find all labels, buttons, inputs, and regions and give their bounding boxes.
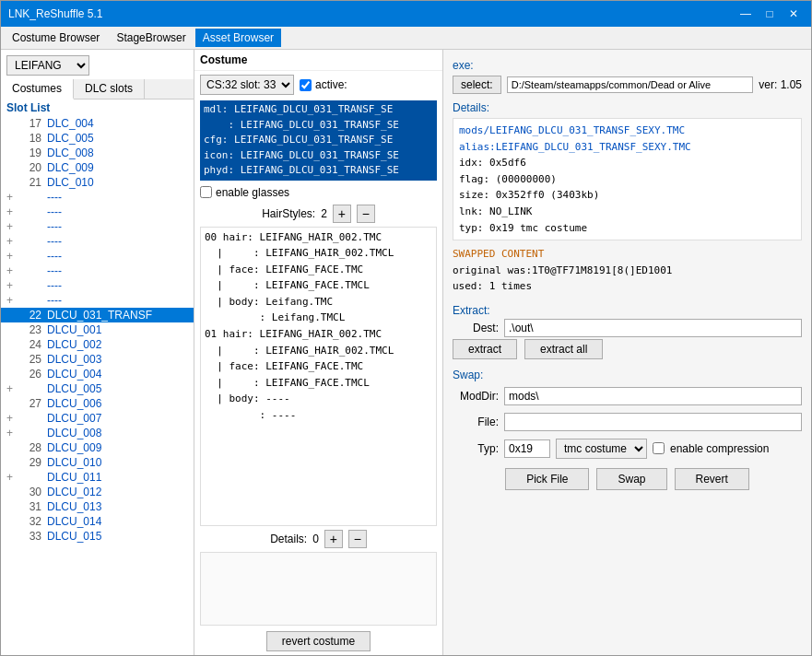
slot-item[interactable]: + DLCU_005 (1, 381, 194, 396)
file-list-box: mdl: LEIFANG_DLCU_031_TRANSF_SE : LEIFAN… (200, 100, 437, 181)
slot-item[interactable]: 30DLCU_012 (1, 485, 194, 499)
details-label: Details: (270, 533, 307, 545)
costume-header: Costume (194, 50, 442, 71)
details-add-button[interactable]: + (324, 530, 343, 548)
slot-item[interactable]: 23DLCU_001 (1, 322, 194, 337)
pick-file-button[interactable]: Pick File (505, 468, 589, 490)
minimize-button[interactable]: — (736, 6, 756, 22)
extract-button[interactable]: extract (453, 339, 517, 359)
slot-item[interactable]: 27DLCU_006 (1, 396, 194, 411)
slot-item[interactable]: 25DLCU_003 (1, 352, 194, 367)
slot-item[interactable]: + ---- (1, 278, 194, 293)
detail-lnk: lnk: NO_LINK (459, 204, 795, 220)
slot-item[interactable]: + ---- (1, 264, 194, 278)
slot-item[interactable]: + DLCU_007 (1, 411, 194, 426)
slot-item[interactable]: 18DLC_005 (1, 131, 194, 146)
swapped-used: used: 1 times (453, 278, 802, 295)
slot-list: 17DLC_004 18DLC_005 19DLC_008 20DLC_009 … (1, 116, 194, 655)
active-checkbox[interactable] (300, 79, 312, 91)
detail-path1: mods/LEIFANG_DLCU_031_TRANSF_SEXY.TMC (459, 123, 795, 139)
slot-item[interactable]: + DLCU_011 (1, 470, 194, 485)
menu-asset-browser[interactable]: Asset Browser (195, 29, 281, 47)
slot-item[interactable]: + ---- (1, 205, 194, 219)
main-content: LEIFANG Costumes DLC slots Slot List 17D… (1, 50, 811, 655)
character-dropdown-row: LEIFANG (1, 50, 194, 79)
hairstyles-remove-button[interactable]: − (357, 205, 375, 223)
slot-item[interactable]: 28DLCU_009 (1, 440, 194, 455)
tree-line: : Leifang.TMCL (205, 310, 432, 326)
moddir-input[interactable] (504, 387, 802, 405)
slot-item-selected[interactable]: 22DLCU_031_TRANSF (1, 308, 194, 322)
enable-glasses-row: enable glasses (194, 182, 442, 203)
dest-input[interactable] (504, 319, 802, 337)
restore-button[interactable]: □ (759, 6, 780, 22)
detail-path2: alias:LEIFANG_DLCU_031_TRANSF_SEXY.TMC (459, 139, 795, 156)
slot-item[interactable]: 19DLC_008 (1, 146, 194, 160)
file-line-3: cfg: LEIFANG_DLCU_031_TRANSF_SE (204, 133, 433, 148)
menu-costume-browser[interactable]: Costume Browser (5, 29, 107, 47)
exe-path-input[interactable] (507, 76, 754, 93)
hairstyles-add-button[interactable]: + (333, 205, 351, 223)
tree-line: 00 hair: LEIFANG_HAIR_002.TMC (205, 229, 432, 246)
slot-item[interactable]: 32DLCU_014 (1, 514, 194, 529)
notes-box (200, 552, 437, 626)
slot-item[interactable]: 17DLC_004 (1, 116, 194, 131)
details-count-row: Details: 0 + − (194, 528, 442, 550)
slot-item[interactable]: + ---- (1, 234, 194, 249)
slot-item[interactable]: 24DLCU_002 (1, 337, 194, 352)
slot-item[interactable]: + ---- (1, 190, 194, 205)
swap-button[interactable]: Swap (596, 468, 666, 490)
select-exe-button[interactable]: select: (453, 76, 501, 94)
moddir-label: ModDir: (453, 390, 499, 403)
menu-bar: Costume Browser StageBrowser Asset Brows… (1, 27, 811, 50)
details-remove-button[interactable]: − (348, 530, 367, 548)
swapped-content: SWAPPED CONTENT original was:1T0@TF71M81… (453, 246, 802, 295)
tab-costumes[interactable]: Costumes (1, 79, 74, 100)
main-window: LNK_ReShuffle 5.1 — □ ✕ Costume Browser … (0, 0, 812, 656)
active-checkbox-row: active: (300, 78, 347, 91)
file-line-1: mdl: LEIFANG_DLCU_031_TRANSF_SE (204, 102, 433, 118)
slot-item[interactable]: 29DLCU_010 (1, 455, 194, 470)
typ-input[interactable] (504, 439, 550, 458)
menu-stage-browser[interactable]: StageBrowser (109, 29, 193, 47)
enable-glasses-checkbox[interactable] (200, 186, 212, 198)
file-input[interactable] (504, 413, 802, 431)
slot-item[interactable]: 31DLCU_013 (1, 499, 194, 514)
character-select[interactable]: LEIFANG (6, 55, 89, 76)
close-button[interactable]: ✕ (783, 6, 804, 22)
slot-item[interactable]: 20DLC_009 (1, 160, 194, 175)
slot-item[interactable]: 33DLCU_015 (1, 529, 194, 544)
slot-item[interactable]: + ---- (1, 219, 194, 234)
cs-slot-select[interactable]: CS:32 slot: 33 (200, 75, 294, 95)
slot-item[interactable]: 21DLC_010 (1, 175, 194, 190)
tree-line: | : LEIFANG_FACE.TMCL (205, 375, 432, 392)
tree-line: | body: ---- (205, 391, 432, 407)
slot-list-header: Slot List (1, 100, 194, 116)
extract-all-button[interactable]: extract all (524, 339, 603, 359)
revert-costume-button[interactable]: revert costume (266, 631, 371, 651)
tree-line: | face: LEIFANG_FACE.TMC (205, 358, 432, 375)
tree-line: | : LEIFANG_FACE.TMCL (205, 277, 432, 294)
title-bar-buttons: — □ ✕ (736, 6, 804, 22)
slot-item[interactable]: 26DLCU_004 (1, 367, 194, 381)
details-count: 0 (312, 533, 319, 545)
typ-select[interactable]: tmc costume (556, 439, 647, 459)
enable-glasses-label: enable glasses (216, 186, 289, 199)
enable-compression-checkbox[interactable] (653, 442, 665, 454)
file-line-2: : LEIFANG_DLCU_031_TRANSF_SE (204, 118, 433, 134)
tab-dlc-slots[interactable]: DLC slots (74, 79, 145, 99)
revert-button[interactable]: Revert (675, 468, 749, 490)
slot-item[interactable]: + ---- (1, 293, 194, 308)
swapped-original: original was:1T0@TF71M8191[8(]ED1001 (453, 263, 802, 279)
version-label: ver: 1.05 (759, 78, 802, 91)
extract-label: Extract: (453, 304, 802, 317)
detail-typ: typ: 0x19 tmc costume (459, 220, 795, 237)
slot-item[interactable]: + ---- (1, 249, 194, 264)
file-label: File: (453, 416, 499, 428)
detail-flag: flag: (00000000) (459, 171, 795, 188)
details-box: mods/LEIFANG_DLCU_031_TRANSF_SEXY.TMC al… (453, 118, 802, 240)
hairstyles-row: HairStyles: 2 + − (194, 203, 442, 225)
slot-item[interactable]: + DLCU_008 (1, 426, 194, 440)
action-buttons: Pick File Swap Revert (453, 468, 802, 490)
hairstyles-count: 2 (321, 207, 327, 220)
